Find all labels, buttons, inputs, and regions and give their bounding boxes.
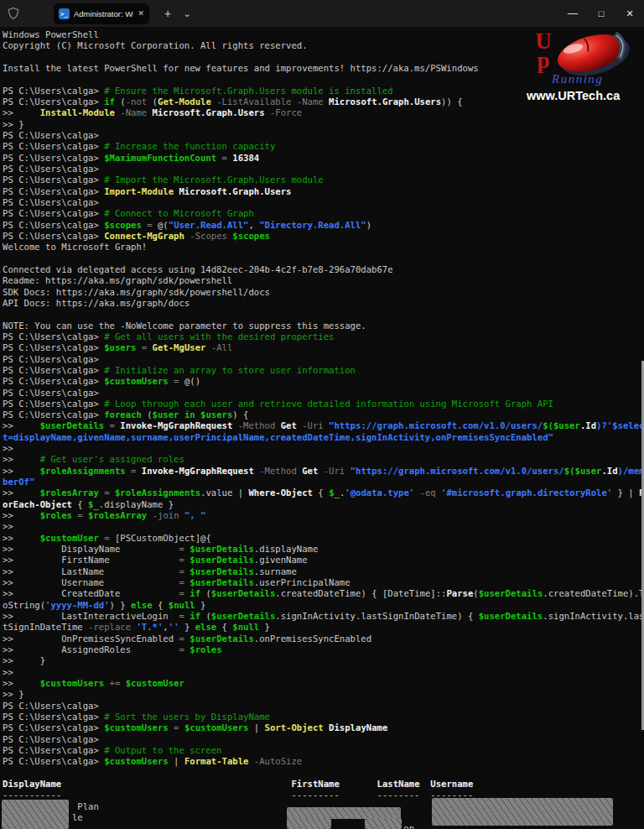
close-button[interactable]: ✕ [615, 0, 644, 27]
terminal-window: >_ Administrator: Windows Pow ✕ + ⌄ — □ … [0, 0, 644, 829]
terminal-line: >> Install-Module -Name Microsoft.Graph.… [3, 107, 644, 118]
terminal-line: berOf" [3, 477, 644, 487]
terminal-line: t=displayName,givenName,surname,userPrin… [3, 432, 644, 443]
terminal-line: >> } [3, 119, 644, 130]
terminal-line: Copyright (C) Microsoft Corporation. All… [3, 40, 644, 51]
terminal-line [3, 768, 644, 779]
terminal-line: PS C:\Users\calga> if (-not (Get-Module … [3, 96, 644, 107]
terminal-line: >> $userDetails = Invoke-MgGraphRequest … [3, 420, 644, 431]
terminal-line: PS C:\Users\calga> [3, 130, 644, 141]
terminal-line: PS C:\Users\calga> # Sort the users by D… [3, 712, 644, 722]
terminal-line: >> CreatedDate = if ($userDetails.create… [3, 588, 644, 599]
terminal-viewport[interactable]: Windows PowerShellCopyright (C) Microsof… [0, 27, 644, 829]
tab-close-icon[interactable]: ✕ [138, 10, 144, 18]
terminal-line: PS C:\Users\calga> [3, 164, 644, 175]
terminal-line: PS C:\Users\calga> foreach ($user in $us… [3, 409, 644, 420]
terminal-line: API Docs: https://aka.ms/graph/docs [3, 298, 644, 309]
terminal-line: PS C:\Users\calga> $customUsers | Format… [3, 756, 644, 767]
terminal-line: >> OnPremisesSyncEnabled = $userDetails.… [3, 633, 644, 644]
terminal-line: oString('yyyy-MM-dd') } else { $null } [3, 600, 644, 611]
terminal-line: ----------- --------- -------- -------- [3, 790, 644, 800]
terminal-output: Windows PowerShellCopyright (C) Microsof… [0, 27, 644, 829]
terminal-line: >> [3, 667, 644, 678]
maximize-button[interactable]: □ [587, 0, 615, 27]
terminal-line: >> LastInteractiveLogin = if ($userDetai… [3, 611, 644, 622]
terminal-line: PS C:\Users\calga> # Output to the scree… [3, 745, 644, 756]
terminal-line: Windows PowerShell [3, 29, 644, 40]
terminal-line [3, 253, 644, 264]
terminal-line: >> $rolesArray = $roleAssignments.value … [3, 487, 644, 498]
terminal-line: PS C:\Users\calga> [3, 701, 644, 712]
title-bar: >_ Administrator: Windows Pow ✕ + ⌄ — □ … [0, 0, 644, 27]
terminal-line: PS C:\Users\calga> $customUsers = $custo… [3, 722, 644, 733]
terminal-line: >> DisplayName = $userDetails.displayNam… [3, 544, 644, 555]
terminal-line: Install the latest PowerShell for new fe… [3, 63, 644, 74]
terminal-line: PS C:\Users\calga> # Import the Microsof… [3, 175, 644, 185]
terminal-line: >> [3, 521, 644, 532]
terminal-line: >> } [3, 655, 644, 666]
terminal-line: Welcome to Microsoft Graph! [3, 242, 644, 253]
tab-dropdown-chevron-icon[interactable]: ⌄ [178, 0, 196, 27]
terminal-line: PS C:\Users\calga> # Loop through each u… [3, 399, 644, 409]
terminal-line [3, 52, 644, 63]
terminal-line: PS C:\Users\calga> # Increase the functi… [3, 141, 644, 152]
terminal-line: PS C:\Users\calga> $scopes = @("User.Rea… [3, 220, 644, 231]
terminal-line: PS C:\Users\calga> Connect-MgGraph -Scop… [3, 231, 644, 242]
minimize-button[interactable]: — [558, 0, 587, 27]
terminal-line: PS C:\Users\calga> [3, 734, 644, 745]
tab-administrator-windows-powershell[interactable]: >_ Administrator: Windows Pow ✕ [54, 3, 149, 24]
terminal-line: Readme: https://aka.ms/graph/sdk/powersh… [3, 275, 644, 286]
terminal-line: >> $customUser = [PSCustomObject]@{ [3, 533, 644, 544]
terminal-line: PS C:\Users\calga> [3, 197, 644, 208]
terminal-line: orEach-Object { $_.displayName } [3, 499, 644, 510]
terminal-line: PS C:\Users\calga> $MaximumFunctionCount… [3, 153, 644, 164]
terminal-line: DisplayName FirstName LastName Username [3, 779, 644, 790]
terminal-line: PS C:\Users\calga> # Connect to Microsof… [3, 208, 644, 219]
terminal-line: Plan [3, 801, 644, 812]
terminal-line: >> $customUsers += $customUser [3, 678, 644, 689]
terminal-line: PS C:\Users\calga> [3, 388, 644, 399]
window-controls: — □ ✕ [558, 0, 644, 27]
terminal-line: Connected via delegated access using 14d… [3, 264, 644, 275]
terminal-line: PS C:\Users\calga> # Ensure the Microsof… [3, 86, 644, 96]
terminal-line: NOTE: You can use the -NoWelcome paramet… [3, 321, 644, 331]
terminal-line: >> $roles = $rolesArray -join ", " [3, 510, 644, 521]
terminal-line: tSignInDateTime -replace 'T.*','' } else… [3, 622, 644, 633]
terminal-line: >> AssignedRoles = $roles [3, 644, 644, 655]
terminal-line: >> # Get user's assigned roles [3, 454, 644, 465]
terminal-line: PS C:\Users\calga> Import-Module Microso… [3, 186, 644, 197]
terminal-line: PS C:\Users\calga> # Get all users with … [3, 331, 644, 342]
terminal-line: PS C:\Users\calga> [3, 354, 644, 365]
terminal-line: PS C:\Users\calga> $users = Get-MgUser -… [3, 342, 644, 353]
new-tab-button[interactable]: + [158, 0, 178, 27]
terminal-line: le [3, 812, 644, 823]
terminal-line [3, 74, 644, 85]
terminal-line: PS C:\Users\calga> # Initialize an array… [3, 365, 644, 376]
terminal-line: >> FirstName = $userDetails.givenName [3, 555, 644, 566]
terminal-line: on [3, 823, 644, 829]
powershell-icon: >_ [59, 8, 70, 19]
admin-shield-icon [7, 7, 20, 20]
terminal-line: >> [3, 443, 644, 454]
terminal-line: >> LastName = $userDetails.surname [3, 566, 644, 577]
terminal-line [3, 309, 644, 320]
terminal-line: PS C:\Users\calga> $customUsers = @() [3, 376, 644, 387]
terminal-line: >> Username = $userDetails.userPrincipal… [3, 577, 644, 588]
terminal-line: SDK Docs: https://aka.ms/graph/sdk/power… [3, 287, 644, 298]
terminal-line: >> $roleAssignments = Invoke-MgGraphRequ… [3, 466, 644, 477]
tab-title: Administrator: Windows Pow [74, 9, 133, 18]
terminal-line: >> } [3, 689, 644, 700]
